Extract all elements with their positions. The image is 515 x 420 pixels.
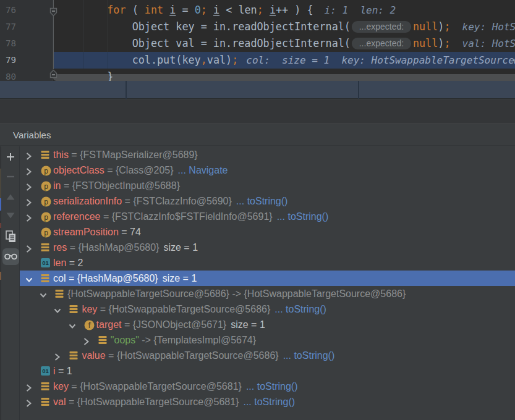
chevron-down-icon[interactable]	[53, 306, 62, 317]
variable-name: objectClass	[53, 165, 104, 175]
parameter-icon: p	[41, 196, 51, 209]
variable-row[interactable]: key = {HotSwappableTargetSource@5686}...…	[20, 301, 515, 317]
variable-row[interactable]: {HotSwappableTargetSource@5686} -> {HotS…	[20, 286, 515, 301]
variable-name: target	[96, 319, 122, 330]
chevron-down-icon[interactable]	[39, 290, 48, 301]
variable-row[interactable]: 01i = 1	[20, 363, 515, 379]
code-token: for	[107, 4, 126, 16]
variable-row[interactable]: this = {FSTMapSerializer@5689}	[20, 147, 515, 162]
variable-name: val	[53, 397, 66, 407]
code-line-79[interactable]: col.put(key,val);col: size = 1 key: HotS…	[57, 52, 515, 69]
duplicate-button[interactable]	[1, 230, 20, 243]
variable-row[interactable]: value = {HotSwappableTargetSource@5686}.…	[20, 348, 515, 363]
code-token: )	[438, 37, 444, 49]
variable-row[interactable]: val = {HotSwappableTargetSource@5681}...…	[20, 394, 515, 410]
value-link[interactable]: ... toString()	[236, 196, 288, 206]
svg-text:p: p	[44, 198, 48, 206]
variable-row[interactable]: pserializationInfo = {FSTClazzInfo@5690}…	[20, 193, 515, 209]
chevron-down-icon[interactable]	[68, 321, 77, 332]
value-link[interactable]: ... Navigate	[178, 165, 228, 175]
parameter-icon: p	[41, 181, 51, 194]
code-token: ;	[257, 4, 263, 16]
variable-row[interactable]: ftarget = {JSONObject@5671}size = 1	[20, 317, 515, 332]
remove-button[interactable]	[1, 172, 20, 181]
variable-row[interactable]: pin = {FSTObjectInput@5688}	[20, 178, 515, 193]
line-number-78: 78	[0, 35, 16, 52]
variable-row[interactable]: col = {HashMap@5680}size = 1	[20, 271, 515, 286]
code-token: i	[169, 4, 176, 16]
variables-tree[interactable]: this = {FSTMapSerializer@5689}pobjectCla…	[20, 147, 515, 410]
variables-panel-title: Variables	[0, 125, 515, 146]
code-line-80[interactable]: }	[57, 69, 114, 81]
code-token: )	[438, 20, 444, 33]
svg-text:p: p	[44, 213, 48, 222]
variable-text: objectClass = {Class@205}... Navigate	[53, 162, 228, 178]
parameter-icon: p	[41, 227, 51, 240]
code-token: ,	[201, 54, 207, 66]
code-token	[57, 4, 108, 16]
variable-name: this	[53, 149, 69, 160]
value-link[interactable]: ... toString()	[246, 381, 298, 392]
variable-row[interactable]: 01len = 2	[20, 255, 515, 271]
value-link[interactable]: ... toString()	[275, 304, 326, 314]
chevron-down-icon[interactable]	[25, 275, 33, 286]
fold-marker-end-icon[interactable]	[49, 69, 57, 78]
editor-gutter[interactable]: 7677787980	[0, 0, 53, 81]
code-editor[interactable]: for ( int i = 0; i < len; i++ ) {i: 1 le…	[0, 0, 515, 81]
variable-row[interactable]: res = {HashMap@5680}size = 1	[20, 240, 515, 255]
parameter-icon: p	[41, 212, 51, 225]
chevron-right-icon[interactable]	[25, 213, 32, 225]
variable-row[interactable]: "oops" -> {TemplatesImpl@5674}	[20, 332, 515, 348]
field-icon: f	[84, 320, 95, 333]
variable-row[interactable]: key = {HotSwappableTargetSource@5681}...…	[20, 379, 515, 394]
show-watches-button[interactable]	[1, 253, 20, 260]
variable-value: = {HotSwappableTargetSource@5681}	[66, 397, 239, 407]
chevron-right-icon[interactable]	[25, 383, 32, 395]
line-number-80: 80	[0, 69, 16, 81]
chevron-right-icon[interactable]	[82, 337, 90, 349]
variable-text: val = {HotSwappableTargetSource@5681}...…	[53, 394, 295, 410]
horizontal-scrollbar[interactable]	[53, 74, 515, 81]
chevron-right-icon[interactable]	[25, 167, 32, 179]
code-line-76[interactable]: for ( int i = 0; i < len; i++ ) {i: 1 le…	[57, 2, 396, 19]
variable-text: i = 1	[53, 363, 72, 379]
chevron-right-icon[interactable]	[25, 244, 32, 256]
value-link[interactable]: ... toString()	[283, 350, 335, 361]
code-line-77[interactable]: Object key = in.readObjectInternal(...ex…	[57, 19, 515, 35]
move-down-button[interactable]	[1, 212, 20, 219]
svg-text:p: p	[44, 167, 48, 175]
variable-row[interactable]: preferencee = {FSTClazzInfo$FSTFieldInfo…	[20, 209, 515, 224]
move-up-button[interactable]	[1, 194, 20, 200]
variable-row[interactable]: pobjectClass = {Class@205}... Navigate	[20, 162, 515, 178]
code-token: < len	[219, 4, 257, 16]
code-token: }	[57, 70, 114, 81]
chevron-right-icon[interactable]	[53, 352, 61, 364]
variable-value: = {JSONObject@5671}	[122, 319, 227, 330]
variable-text: col = {HashMap@5680}size = 1	[53, 271, 197, 286]
chevron-right-icon[interactable]	[25, 398, 32, 411]
code-token: Object val = in.readObjectInternal(	[57, 37, 351, 49]
value-link[interactable]: ... toString()	[243, 397, 295, 407]
value-bars-icon	[41, 382, 49, 393]
variable-value: = {FSTMapSerializer@5689}	[69, 149, 198, 160]
variable-text: streamPosition = 74	[53, 224, 141, 240]
chevron-right-icon[interactable]	[25, 151, 32, 164]
add-button[interactable]	[1, 153, 20, 161]
chevron-right-icon[interactable]	[25, 198, 32, 210]
inline-debugger-hint: key: HotSwappableTargetSource@5681	[462, 21, 515, 33]
variable-text: target = {JSONObject@5671}size = 1	[96, 317, 265, 332]
variable-row[interactable]: pstreamPosition = 74	[20, 224, 515, 240]
code-line-78[interactable]: Object val = in.readObjectInternal(...ex…	[57, 35, 515, 52]
parameter-hint-pill: ...expected:	[352, 38, 411, 49]
variable-text: {HotSwappableTargetSource@5686} -> {HotS…	[67, 286, 406, 301]
ide-debugger-screen: for ( int i = 0; i < len; i++ ) {i: 1 le…	[0, 0, 515, 420]
line-number-76: 76	[0, 2, 16, 19]
code-token	[263, 4, 270, 16]
inline-debugger-hint: val: HotSwappableTargetSource@5681	[462, 38, 515, 49]
code-token: 0	[195, 4, 201, 16]
fold-marker-start-icon[interactable]	[49, 7, 57, 17]
code-token: ;	[232, 54, 238, 66]
variable-name: serializationInfo	[53, 196, 122, 206]
value-link[interactable]: ... toString()	[277, 211, 329, 222]
chevron-right-icon[interactable]	[25, 182, 32, 195]
